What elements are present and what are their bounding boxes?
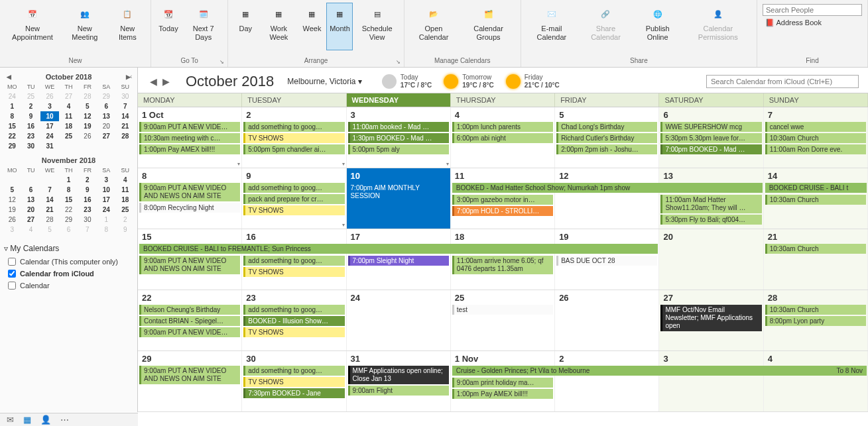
day-cell[interactable]: 26 — [555, 290, 659, 350]
mini-cal-day[interactable] — [97, 141, 115, 151]
calendar-event[interactable]: 7:00pm Sleight Night — [348, 256, 449, 266]
next-period-icon[interactable]: ▶ — [160, 76, 172, 87]
mini-cal-day[interactable]: 25 — [21, 91, 40, 101]
my-calendars-heading[interactable]: ▿ My Calendars — [3, 241, 135, 256]
calendar-event[interactable]: 11:00am Mad Hatter Show11.20am; They wil… — [660, 195, 761, 213]
day-cell[interactable]: 2110:30am Church — [764, 229, 868, 290]
calendar-event[interactable]: 9:00am PUT A NEW VIDEO AND NEWS ON AIM S… — [139, 183, 240, 201]
day-cell[interactable]: 4 — [764, 351, 868, 411]
mini-cal-day[interactable]: 17 — [97, 195, 115, 205]
calendar-event[interactable]: TV SHOWS — [243, 327, 344, 337]
mini-cal-day[interactable]: 6 — [59, 225, 78, 235]
mini-cal-day[interactable]: 22 — [59, 205, 78, 215]
mini-cal-day[interactable]: 26 — [40, 91, 59, 101]
calendar-event[interactable]: 7:00pm AIM MONTHLY SESSION — [348, 183, 449, 201]
weather-day[interactable]: Tomorrow19°C / 8°C — [444, 74, 493, 89]
day-cell[interactable]: 7cancel wwe10:30am Church11:00am Ron Dor… — [764, 107, 868, 168]
mini-cal-day[interactable]: 5 — [3, 185, 21, 195]
calendar-event[interactable]: 11:00am Ron Dorre eve. — [765, 144, 866, 154]
calendar-event[interactable]: 7:30pm BOOKED - Jane — [243, 388, 344, 398]
calendar-checkbox[interactable] — [8, 270, 16, 278]
day-cell[interactable]: 6WWE SUPERSHOW mcg5:30pm 5.30pm leave fo… — [659, 107, 763, 168]
mini-cal-day[interactable]: 30 — [78, 215, 97, 225]
month-view-button[interactable]: ▦Month — [326, 3, 353, 50]
calendar-event[interactable]: 9:00am PUT A NEW VIDEO AND NEWS ON AIM S… — [139, 256, 240, 274]
day-cell[interactable]: 1 Oct9:00am PUT A NEW VIDE…10:30am meeti… — [138, 107, 242, 168]
next7days-button[interactable]: 🗓️Next 7 Days — [183, 3, 223, 50]
day-cell[interactable]: 24 — [347, 290, 451, 350]
address-book-button[interactable]: 📕 Address Book — [763, 17, 862, 28]
day-cell[interactable]: 12 — [555, 168, 659, 229]
mini-cal-day[interactable]: 26 — [78, 131, 97, 141]
prev-period-icon[interactable]: ◀ — [147, 76, 160, 87]
day-cell[interactable]: 1311:00am Mad Hatter Show11.20am; They w… — [659, 168, 763, 229]
day-cell[interactable]: 23add something to goog…BOOKED - Illusio… — [242, 290, 346, 350]
day-cell[interactable]: 19BAS DUE OCT 28 — [555, 229, 659, 290]
day-cell[interactable]: 89:00am PUT A NEW VIDEO AND NEWS ON AIM … — [138, 168, 242, 229]
calendar-event[interactable]: add something to goog… — [243, 366, 344, 376]
calendar-event[interactable]: 11:00am booked - Mad … — [348, 122, 449, 132]
mini-cal-day[interactable]: 22 — [3, 131, 21, 141]
mini-cal-day[interactable]: 26 — [3, 215, 21, 225]
calendar-event[interactable]: TV SHOWS — [243, 205, 344, 215]
calendar-event[interactable]: 5:00pm 5pm aly — [348, 144, 449, 154]
more-events-icon[interactable]: ▾ — [342, 222, 345, 228]
calendar-event[interactable]: Chad Long's Birthday — [556, 122, 657, 132]
calendar-event[interactable]: pack and prepare for cr… — [243, 194, 344, 204]
day-cell[interactable]: 113:00pm gazebo motor in…7:00pm HOLD - S… — [451, 168, 555, 229]
calendar-event[interactable]: 5:30pm 5.30pm leave for… — [660, 133, 761, 143]
calendar-event[interactable]: 9:00am PUT A NEW VIDE… — [139, 327, 240, 337]
mini-cal-day[interactable]: 6 — [21, 185, 40, 195]
day-cell[interactable]: 27MMF Oct/Nov Email Newsletter; MMF Appl… — [659, 290, 763, 350]
calendar-event[interactable]: 10:30am meeting with c… — [139, 133, 240, 143]
mini-cal-day[interactable] — [59, 141, 78, 151]
mini-cal-day[interactable]: 28 — [40, 215, 59, 225]
calendar-list-item[interactable]: Calendar (This computer only) — [3, 256, 135, 268]
mini-cal-day[interactable]: 3 — [40, 101, 59, 111]
mini-cal-day[interactable]: 8 — [59, 185, 78, 195]
mini-cal-day[interactable]: 25 — [59, 131, 78, 141]
day-cell[interactable]: 20 — [659, 229, 763, 290]
mini-cal-day[interactable]: 14 — [116, 111, 135, 121]
calendar-nav-icon[interactable]: ▦ — [23, 415, 31, 425]
mini-cal-day[interactable]: 21 — [116, 121, 135, 131]
calendar-event[interactable]: 8:00pm Recycling Night — [139, 203, 240, 213]
mini-cal-day[interactable]: 2 — [116, 215, 135, 225]
calendar-groups-button[interactable]: 🗂️Calendar Groups — [460, 3, 516, 50]
mini-cal-day[interactable]: 7 — [78, 225, 97, 235]
prev-month-icon[interactable]: ◀ — [7, 74, 11, 80]
weather-day[interactable]: Today17°C / 8°C — [382, 74, 432, 89]
calendar-event[interactable]: 6:00pm abi night — [452, 133, 553, 143]
day-cell[interactable]: 31MMF Applications open online; Close Ja… — [347, 351, 451, 411]
calendar-event[interactable]: 10:30am Church — [765, 133, 866, 143]
day-cell[interactable]: 2810:30am Church8:00pm Lyon party — [764, 290, 868, 350]
calendar-event[interactable]: 9:00am PUT A NEW VIDE… — [139, 122, 240, 132]
calendar-event[interactable]: 1:00pm lunch parents — [452, 122, 553, 132]
mini-cal-day[interactable]: 4 — [21, 225, 40, 235]
calendar-event[interactable]: add something to goog… — [243, 122, 344, 132]
mini-cal-day[interactable]: 21 — [40, 205, 59, 215]
weather-day[interactable]: Friday21°C / 10°C — [506, 74, 560, 89]
mini-cal-day[interactable]: 19 — [78, 121, 97, 131]
mini-cal-day[interactable]: 29 — [97, 91, 115, 101]
schedule-view-button[interactable]: ▤Schedule View — [354, 3, 399, 50]
day-cell[interactable]: 2 — [555, 351, 659, 411]
day-cell[interactable]: 22Nelson Cheung's BirthdayContact BRIAN … — [138, 290, 242, 350]
calendar-checkbox[interactable] — [8, 282, 16, 290]
day-cell[interactable]: 159:00am PUT A NEW VIDEO AND NEWS ON AIM… — [138, 229, 242, 290]
mini-cal-day[interactable]: 20 — [97, 121, 115, 131]
mini-cal-day[interactable]: 4 — [116, 175, 135, 185]
day-cell[interactable]: 177:00pm Sleight Night — [347, 229, 451, 290]
mini-cal-day[interactable]: 5 — [40, 225, 59, 235]
mini-cal-day[interactable]: 1 — [3, 101, 21, 111]
calendar-event[interactable]: TV SHOWS — [243, 133, 344, 143]
calendar-event[interactable]: 9:00am print holiday ma… — [452, 378, 553, 388]
calendar-event[interactable]: MMF Applications open online; Close Jan … — [348, 366, 449, 384]
mini-cal-day[interactable]: 12 — [78, 111, 97, 121]
mini-cal-day[interactable]: 9 — [21, 111, 40, 121]
mini-cal-day[interactable]: 8 — [3, 111, 21, 121]
mini-cal-day[interactable]: 28 — [78, 91, 97, 101]
day-cell[interactable]: 2add something to goog…TV SHOWS5:00pm 5p… — [242, 107, 346, 168]
calendar-event[interactable]: 5:30pm Fly to Bali; qf004… — [660, 215, 761, 225]
calendar-event[interactable]: 10:30am Church — [765, 195, 866, 205]
